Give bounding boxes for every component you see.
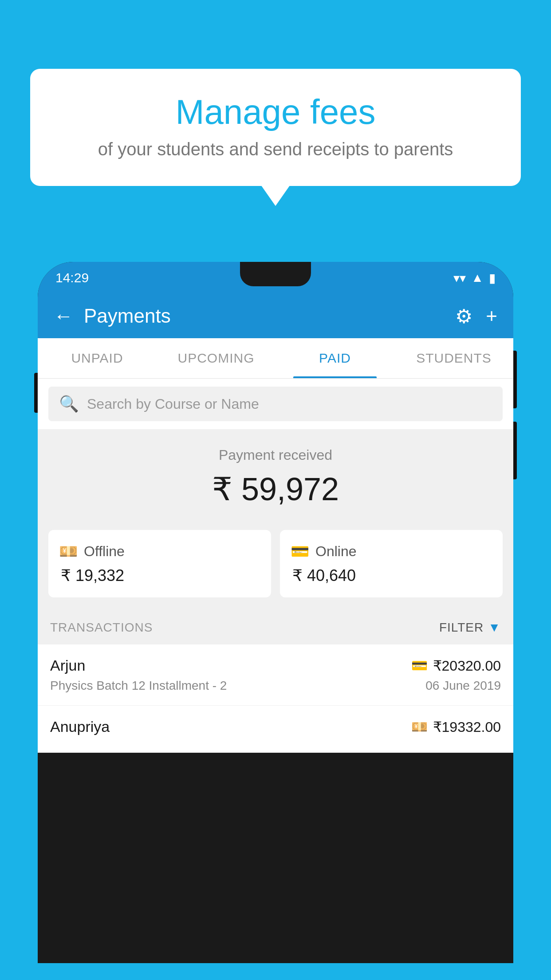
transaction-name: Arjun [50, 657, 85, 674]
transaction-bottom-arjun: Physics Batch 12 Installment - 2 06 June… [50, 679, 501, 693]
transaction-date: 06 June 2019 [425, 679, 501, 693]
payment-summary: Payment received ₹ 59,972 [38, 429, 513, 521]
bubble-subtitle: of your students and send receipts to pa… [57, 139, 494, 159]
search-bar[interactable]: 🔍 Search by Course or Name [48, 387, 503, 421]
filter-button[interactable]: FILTER ▼ [439, 620, 501, 635]
bubble-title: Manage fees [57, 93, 494, 131]
battery-icon: ▮ [489, 271, 496, 285]
search-icon: 🔍 [59, 395, 79, 413]
credit-card-icon: 💳 [411, 658, 428, 673]
tab-bar: UNPAID UPCOMING PAID STUDENTS [38, 338, 513, 379]
online-card: 💳 Online ₹ 40,640 [280, 530, 503, 597]
phone-notch [240, 262, 311, 286]
table-row[interactable]: Arjun 💳 ₹20320.00 Physics Batch 12 Insta… [38, 644, 513, 706]
transaction-amount: ₹19332.00 [433, 719, 501, 735]
header-actions: ⚙ + [455, 305, 497, 328]
offline-amount: ₹ 19,332 [59, 566, 260, 585]
add-button[interactable]: + [486, 305, 497, 327]
filter-icon: ▼ [488, 620, 501, 635]
transaction-amount-row: 💴 ₹19332.00 [411, 719, 501, 735]
tab-students[interactable]: STUDENTS [394, 338, 513, 378]
transaction-top-anupriya: Anupriya 💴 ₹19332.00 [50, 718, 501, 735]
tab-unpaid[interactable]: UNPAID [38, 338, 157, 378]
settings-icon[interactable]: ⚙ [455, 305, 472, 328]
offline-method: 💴 Offline [59, 542, 260, 560]
phone-power-button [513, 351, 517, 408]
offline-label: Offline [84, 543, 125, 560]
transaction-amount-row: 💳 ₹20320.00 [411, 657, 501, 674]
speech-bubble: Manage fees of your students and send re… [30, 69, 521, 186]
transaction-name: Anupriya [50, 718, 110, 735]
app-content: 🔍 Search by Course or Name Payment recei… [38, 379, 513, 753]
status-time: 14:29 [55, 270, 89, 285]
speech-bubble-container: Manage fees of your students and send re… [30, 69, 521, 186]
filter-label: FILTER [439, 620, 484, 635]
transactions-label: TRANSACTIONS [50, 620, 153, 635]
transaction-top-arjun: Arjun 💳 ₹20320.00 [50, 657, 501, 674]
transaction-list: Arjun 💳 ₹20320.00 Physics Batch 12 Insta… [38, 644, 513, 753]
online-method: 💳 Online [291, 542, 492, 560]
cash-icon: 💴 [411, 719, 428, 735]
search-container: 🔍 Search by Course or Name [38, 379, 513, 429]
phone-frame: 14:29 ▾▾ ▲ ▮ ← Payments ⚙ + UNPAID UPCOM… [38, 262, 513, 963]
tab-paid[interactable]: PAID [276, 338, 394, 378]
wifi-icon: ▾▾ [453, 271, 466, 285]
transactions-header: TRANSACTIONS FILTER ▼ [38, 611, 513, 644]
offline-card: 💴 Offline ₹ 19,332 [48, 530, 271, 597]
search-input[interactable]: Search by Course or Name [87, 396, 259, 412]
app-header: ← Payments ⚙ + [38, 294, 513, 338]
phone-mockup: 14:29 ▾▾ ▲ ▮ ← Payments ⚙ + UNPAID UPCOM… [38, 262, 513, 980]
offline-icon: 💴 [59, 542, 78, 560]
payment-cards: 💴 Offline ₹ 19,332 💳 Online ₹ 40,640 [38, 521, 513, 611]
phone-power-button-2 [513, 422, 517, 479]
signal-icon: ▲ [471, 271, 484, 285]
payment-received-label: Payment received [48, 447, 503, 463]
header-title: Payments [84, 305, 455, 327]
transaction-course: Physics Batch 12 Installment - 2 [50, 679, 227, 693]
table-row[interactable]: Anupriya 💴 ₹19332.00 [38, 706, 513, 753]
payment-total-amount: ₹ 59,972 [48, 470, 503, 508]
online-amount: ₹ 40,640 [291, 566, 492, 585]
transaction-amount: ₹20320.00 [433, 657, 501, 674]
back-button[interactable]: ← [54, 305, 73, 327]
online-label: Online [315, 543, 357, 560]
online-icon: 💳 [291, 542, 309, 560]
tab-upcoming[interactable]: UPCOMING [157, 338, 276, 378]
status-icons: ▾▾ ▲ ▮ [453, 271, 496, 285]
phone-volume-button [34, 373, 38, 413]
